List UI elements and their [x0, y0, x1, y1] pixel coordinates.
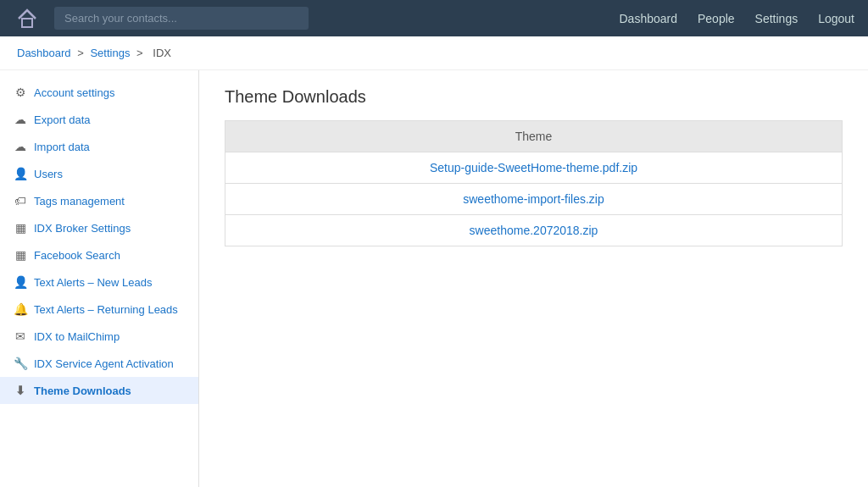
- table-row: sweethome-import-files.zip: [225, 184, 843, 215]
- tag-icon: 🏷: [14, 194, 27, 208]
- table-row: sweethome.2072018.zip: [225, 215, 843, 246]
- search-box[interactable]: [54, 7, 309, 30]
- search-input[interactable]: [54, 7, 309, 30]
- sidebar-item-users[interactable]: 👤 Users: [0, 160, 198, 187]
- grid-icon: ▦: [14, 221, 27, 235]
- sidebar-item-mailchimp[interactable]: ✉ IDX to MailChimp: [0, 323, 198, 350]
- users-icon: 👤: [14, 167, 27, 180]
- nav-dashboard[interactable]: Dashboard: [619, 12, 677, 25]
- wrench-icon: 🔧: [14, 357, 27, 370]
- sidebar-item-import-data[interactable]: ☁ Import data: [0, 133, 198, 160]
- app-header: Dashboard People Settings Logout: [0, 0, 868, 36]
- breadcrumb-current: IDX: [153, 47, 171, 59]
- theme-download-link-3[interactable]: sweethome.2072018.zip: [470, 224, 598, 237]
- theme-download-link-2[interactable]: sweethome-import-files.zip: [463, 192, 604, 206]
- import-icon: ☁: [14, 140, 27, 153]
- bell-icon: 🔔: [14, 302, 27, 316]
- table-header-theme: Theme: [225, 121, 843, 152]
- main-nav: Dashboard People Settings Logout: [619, 12, 854, 25]
- sidebar-item-service-agent[interactable]: 🔧 IDX Service Agent Activation: [0, 350, 198, 377]
- logo: [14, 5, 41, 32]
- export-icon: ☁: [14, 113, 27, 126]
- breadcrumb-settings[interactable]: Settings: [90, 47, 130, 59]
- breadcrumb-dashboard[interactable]: Dashboard: [17, 47, 71, 59]
- download-icon: ⬇: [14, 384, 27, 397]
- table-cell: sweethome-import-files.zip: [225, 184, 843, 215]
- sidebar-item-export-data[interactable]: ☁ Export data: [0, 106, 198, 133]
- theme-table: Theme Setup-guide-SweetHome-theme.pdf.zi…: [225, 120, 843, 246]
- sidebar-item-tags[interactable]: 🏷 Tags management: [0, 187, 198, 214]
- theme-download-link-1[interactable]: Setup-guide-SweetHome-theme.pdf.zip: [430, 161, 637, 174]
- breadcrumb: Dashboard > Settings > IDX: [0, 36, 868, 70]
- sidebar-item-idx-broker[interactable]: ▦ IDX Broker Settings: [0, 214, 198, 241]
- svg-rect-0: [22, 19, 32, 27]
- facebook-icon: ▦: [14, 248, 27, 262]
- sidebar-item-text-alerts-returning[interactable]: 🔔 Text Alerts – Returning Leads: [0, 296, 198, 323]
- page-title: Theme Downloads: [225, 87, 843, 107]
- sidebar-item-theme-downloads[interactable]: ⬇ Theme Downloads: [0, 377, 198, 404]
- sidebar-item-facebook[interactable]: ▦ Facebook Search: [0, 241, 198, 268]
- table-row: Setup-guide-SweetHome-theme.pdf.zip: [225, 152, 843, 184]
- table-cell: Setup-guide-SweetHome-theme.pdf.zip: [225, 152, 843, 184]
- nav-settings[interactable]: Settings: [755, 12, 798, 25]
- mail-icon: ✉: [14, 329, 27, 343]
- page-layout: ⚙ Account settings ☁ Export data ☁ Impor…: [0, 70, 868, 487]
- gear-icon: ⚙: [14, 86, 27, 99]
- table-cell: sweethome.2072018.zip: [225, 215, 843, 246]
- nav-logout[interactable]: Logout: [818, 12, 854, 25]
- main-content: Theme Downloads Theme Setup-guide-SweetH…: [199, 70, 868, 487]
- sidebar-item-text-alerts-new[interactable]: 👤 Text Alerts – New Leads: [0, 268, 198, 296]
- alert-new-icon: 👤: [14, 275, 27, 289]
- nav-people[interactable]: People: [698, 12, 735, 25]
- sidebar-item-account-settings[interactable]: ⚙ Account settings: [0, 79, 198, 106]
- sidebar: ⚙ Account settings ☁ Export data ☁ Impor…: [0, 70, 199, 487]
